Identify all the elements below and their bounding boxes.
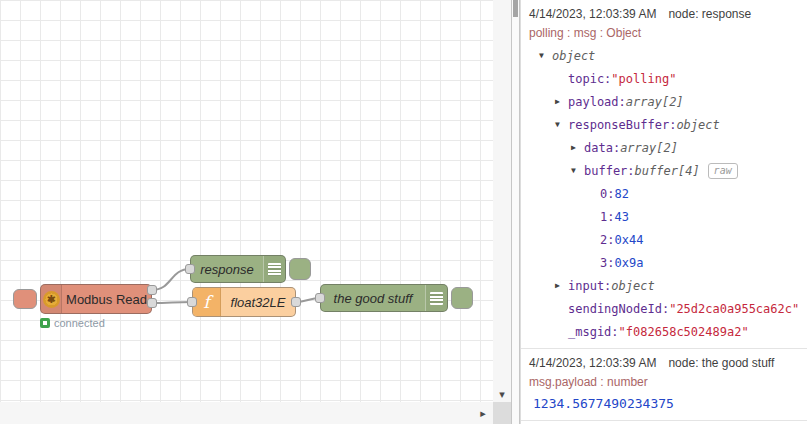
canvas-horizontal-scrollbar[interactable]: ▸ bbox=[0, 402, 493, 424]
flow-canvas[interactable]: ✱ Modbus Read connected response f float… bbox=[0, 0, 493, 402]
node-label: float32LE bbox=[221, 295, 295, 310]
collapse-arrow-icon[interactable]: ▶ bbox=[571, 143, 584, 152]
timestamp: 4/14/2023, 12:03:39 AM bbox=[529, 7, 656, 21]
debug-message-response: 4/14/2023, 12:03:39 AMnode: response pol… bbox=[521, 0, 807, 349]
expand-arrow-icon[interactable]: ▼ bbox=[539, 51, 552, 60]
debug-toggle-button-goodstuff[interactable] bbox=[451, 287, 473, 309]
debug-message-meta: polling : msg : Object bbox=[529, 23, 803, 44]
canvas-vertical-scrollbar[interactable]: ▾ bbox=[493, 0, 511, 402]
payload-number-value: 1234.5677490234375 bbox=[529, 393, 803, 415]
source-node-name: node: the good stuff bbox=[668, 356, 774, 370]
debug-output-icon bbox=[425, 285, 447, 311]
collapse-arrow-icon[interactable]: ▶ bbox=[555, 97, 568, 106]
tree-key: payload: bbox=[568, 95, 626, 109]
tree-row: _msgid: "f082658c502489a2" bbox=[529, 320, 803, 343]
tree-key: 0: bbox=[600, 187, 614, 201]
debug-sidebar: 4/14/2023, 12:03:39 AMnode: response pol… bbox=[520, 0, 807, 424]
port-float32-input[interactable] bbox=[187, 297, 197, 307]
tree-value: array[2] bbox=[620, 141, 678, 155]
function-icon: f bbox=[193, 288, 221, 316]
tree-row: topic: "polling" bbox=[529, 67, 803, 90]
tree-key: responseBuffer: bbox=[568, 118, 676, 132]
status-ring-icon bbox=[40, 318, 50, 328]
tree-value: object bbox=[611, 279, 654, 293]
tree-row: sendingNodeId: "25d2ca0a955ca62c" bbox=[529, 297, 803, 320]
debug-message-header: 4/14/2023, 12:03:39 AMnode: the good stu… bbox=[529, 354, 803, 372]
tree-key: sendingNodeId: bbox=[568, 302, 669, 316]
sidebar-scrollbar[interactable] bbox=[511, 0, 520, 424]
debug-message-goodstuff: 4/14/2023, 12:03:39 AMnode: the good stu… bbox=[521, 349, 807, 421]
scrollbar-corner bbox=[493, 402, 511, 424]
tree-row: ▼responseBuffer: object bbox=[529, 113, 803, 136]
source-node-name: node: response bbox=[668, 7, 751, 21]
tree-value: 43 bbox=[614, 210, 628, 224]
tree-key: 2: bbox=[600, 233, 614, 247]
modbus-node-button[interactable] bbox=[13, 289, 37, 309]
port-goodstuff-input[interactable] bbox=[315, 293, 325, 303]
expand-arrow-icon[interactable]: ▼ bbox=[555, 120, 568, 129]
tree-value: "f082658c502489a2" bbox=[619, 325, 749, 339]
tree-row: ▶payload: array[2] bbox=[529, 90, 803, 113]
tree-key: _msgid: bbox=[568, 325, 619, 339]
tree-value: buffer[4] bbox=[635, 164, 700, 178]
port-response-input[interactable] bbox=[185, 264, 195, 274]
node-label: Modbus Read bbox=[62, 292, 151, 307]
debug-toggle-button-response[interactable] bbox=[289, 258, 311, 280]
tree-row: 1: 43 bbox=[529, 205, 803, 228]
expand-arrow-icon[interactable]: ▼ bbox=[571, 166, 584, 175]
tree-value: object bbox=[676, 118, 719, 132]
debug-message-meta: msg.payload : number bbox=[529, 372, 803, 393]
tree-key: buffer: bbox=[584, 164, 635, 178]
debug-message-header: 4/14/2023, 12:03:39 AMnode: response bbox=[529, 5, 803, 23]
tree-key: 3: bbox=[600, 256, 614, 270]
tree-value: array[2] bbox=[626, 95, 684, 109]
tree-row: ▼buffer: buffer[4]raw bbox=[529, 159, 803, 182]
node-the-good-stuff[interactable]: the good stuff bbox=[320, 284, 448, 312]
tree-key: data: bbox=[584, 141, 620, 155]
sidebar-scrollbar-thumb[interactable] bbox=[513, 0, 518, 17]
tree-value: "polling" bbox=[611, 72, 676, 86]
tree-value: "25d2ca0a955ca62c" bbox=[669, 302, 799, 316]
scroll-right-icon[interactable]: ▸ bbox=[475, 402, 491, 424]
node-float32le[interactable]: f float32LE bbox=[192, 287, 296, 317]
port-modbus-output-1[interactable] bbox=[147, 285, 157, 295]
modbus-gear-icon: ✱ bbox=[41, 285, 62, 313]
debug-output-icon bbox=[263, 256, 285, 282]
tree-key: 1: bbox=[600, 210, 614, 224]
modbus-status: connected bbox=[40, 317, 105, 329]
tree-row: 3: 0x9a bbox=[529, 251, 803, 274]
node-red-window: ✱ Modbus Read connected response f float… bbox=[0, 0, 807, 424]
collapse-arrow-icon[interactable]: ▶ bbox=[555, 281, 568, 290]
tree-row: 2: 0x44 bbox=[529, 228, 803, 251]
scroll-down-icon[interactable]: ▾ bbox=[493, 386, 511, 402]
tree-key: topic: bbox=[568, 72, 611, 86]
wires-layer bbox=[0, 0, 493, 402]
status-text: connected bbox=[54, 317, 105, 329]
tree-key: input: bbox=[568, 279, 611, 293]
tree-row: ▶input: object bbox=[529, 274, 803, 297]
debug-tree: ▼objecttopic: "polling"▶payload: array[2… bbox=[529, 44, 803, 343]
tree-row: ▼object bbox=[529, 44, 803, 67]
raw-button[interactable]: raw bbox=[708, 163, 738, 179]
tree-value: 0x44 bbox=[614, 233, 643, 247]
wire-modbus-to-float32[interactable] bbox=[152, 302, 192, 303]
node-response[interactable]: response bbox=[190, 255, 286, 283]
tree-value: 82 bbox=[614, 187, 628, 201]
port-float32-output[interactable] bbox=[291, 297, 301, 307]
node-label: the good stuff bbox=[321, 291, 425, 306]
tree-value: object bbox=[552, 49, 595, 63]
tree-value: 0x9a bbox=[614, 256, 643, 270]
node-modbus-read[interactable]: ✱ Modbus Read bbox=[40, 284, 152, 314]
timestamp: 4/14/2023, 12:03:39 AM bbox=[529, 356, 656, 370]
node-label: response bbox=[191, 262, 263, 277]
tree-row: 0: 82 bbox=[529, 182, 803, 205]
port-modbus-output-2[interactable] bbox=[147, 298, 157, 308]
tree-row: ▶data: array[2] bbox=[529, 136, 803, 159]
